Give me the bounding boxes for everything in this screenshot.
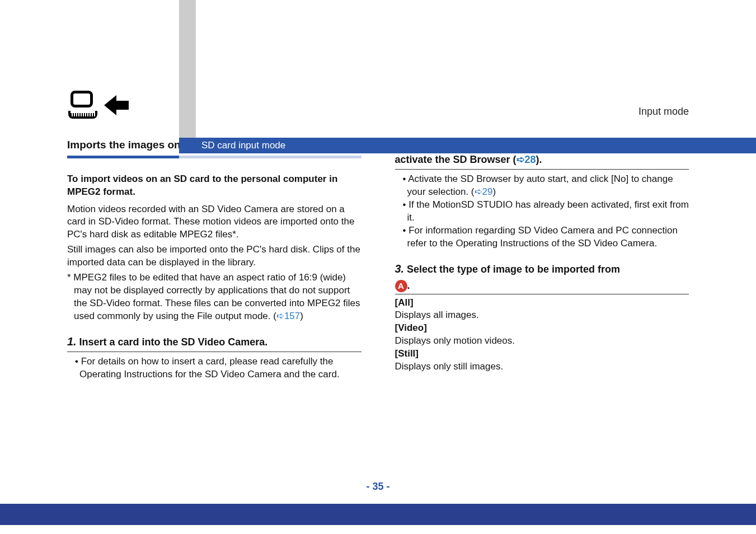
link-arrow-icon: ➪ xyxy=(516,154,525,165)
step-3: 3. Select the type of image to be import… xyxy=(395,261,689,374)
step-1: 1. Insert a card into the SD Video Camer… xyxy=(67,334,361,381)
step-3-heading: 3. Select the type of image to be import… xyxy=(395,261,689,277)
step-2-bullet-3: • For information regarding SD Video Cam… xyxy=(395,224,689,250)
option-still-desc: Displays only still images. xyxy=(395,360,689,373)
option-all-desc: Displays all images. xyxy=(395,309,689,322)
link-28[interactable]: 28 xyxy=(525,154,536,165)
step-3-number: 3. xyxy=(395,263,405,275)
step-2-title-b: ). xyxy=(536,154,542,165)
footnote-text-a: * MPEG2 files to be edited that have an … xyxy=(67,272,360,321)
left-para-1: Motion videos recorded with an SD Video … xyxy=(67,203,361,242)
link-arrow-icon: ➪ xyxy=(475,186,482,197)
step-3-period: . xyxy=(407,280,410,291)
step-2-b1-b: ) xyxy=(492,186,496,197)
step-1-rule xyxy=(67,352,361,352)
step-1-number: 1. xyxy=(67,335,77,348)
left-para-2: Still images can also be imported onto t… xyxy=(67,243,361,269)
title-underline xyxy=(67,156,361,158)
step-1-heading: 1. Insert a card into the SD Video Camer… xyxy=(67,334,361,349)
monitor-sd-icon xyxy=(67,90,101,121)
option-all-label: [All] xyxy=(395,297,689,310)
step-1-title: Insert a card into the SD Video Camera. xyxy=(79,336,267,348)
step-2-bullet-2: • If the MotionSD STUDIO has already bee… xyxy=(395,199,689,224)
step-3-rule xyxy=(395,294,689,294)
link-29[interactable]: 29 xyxy=(482,186,493,197)
step-2-b1-a: Activate the SD Browser by auto start, a… xyxy=(407,174,673,197)
step-2-b3-text: For information regarding SD Video Camer… xyxy=(407,225,678,249)
option-video-desc: Displays only motion videos. xyxy=(395,335,689,348)
section-bar: SD card input mode xyxy=(179,138,756,153)
category-label: Input mode xyxy=(638,106,689,118)
page-number: - 35 - xyxy=(0,481,756,493)
step-1-bullet-text: For details on how to insert a card, ple… xyxy=(79,356,340,380)
option-still-label: [Still] xyxy=(395,348,689,360)
top-row: Input mode xyxy=(67,90,689,121)
section-bar-label: SD card input mode xyxy=(201,140,285,151)
logo-wrap xyxy=(67,90,129,121)
left-column: Imports the images on the SD card to the… xyxy=(67,138,361,381)
link-arrow-icon: ➪ xyxy=(276,311,284,321)
step-3-ref-row: A. xyxy=(395,279,689,293)
circle-a-icon: A xyxy=(395,280,407,292)
step-2-rule xyxy=(395,169,689,170)
arrow-left-icon xyxy=(104,94,129,116)
step-2-bullet-1: • Activate the SD Browser by auto start,… xyxy=(395,173,689,199)
svg-marker-0 xyxy=(104,95,129,115)
link-157[interactable]: 157 xyxy=(284,311,300,321)
option-video-label: [Video] xyxy=(395,322,689,335)
page-body: Input mode Imports the images on the SD … xyxy=(0,0,756,381)
footer-bar xyxy=(0,504,756,525)
left-footnote: * MPEG2 files to be edited that have an … xyxy=(67,271,361,323)
gray-tab xyxy=(179,0,196,148)
content-columns: Imports the images on the SD card to the… xyxy=(67,138,689,381)
step-2-b2-text: If the MotionSD STUDIO has already been … xyxy=(407,199,689,223)
step-3-title: Select the type of image to be imported … xyxy=(407,264,620,275)
step-1-bullet: • For details on how to insert a card, p… xyxy=(67,355,361,381)
left-subheading: To import videos on an SD card to the pe… xyxy=(67,173,361,199)
footnote-text-b: ) xyxy=(300,311,303,321)
right-column: 2. Connect the SD Video Camera to the co… xyxy=(395,138,689,381)
